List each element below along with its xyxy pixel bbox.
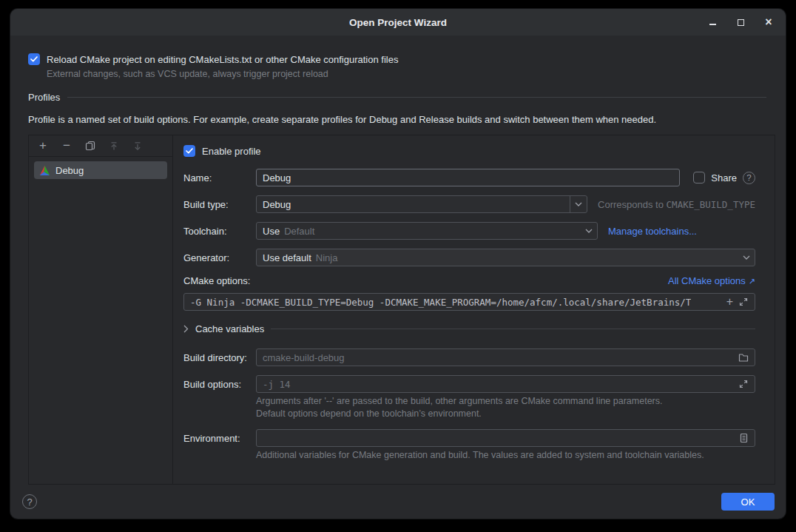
build-directory-row: Build directory: cmake-build-debug xyxy=(183,349,755,366)
share-checkbox[interactable] xyxy=(693,172,705,183)
move-up-icon xyxy=(109,141,118,151)
reload-cmake-hint: External changes, such as VCS update, al… xyxy=(47,69,775,79)
window-controls: × xyxy=(707,9,774,36)
cache-variables-label: Cache variables xyxy=(195,323,264,334)
toolchain-select[interactable]: UseDefault xyxy=(256,222,598,240)
profile-list-item-debug[interactable]: Debug xyxy=(34,161,167,179)
environment-input[interactable] xyxy=(256,429,755,447)
build-type-row: Build type: Debug Corresponds to CMAKE_B… xyxy=(183,195,755,213)
all-cmake-options-link[interactable]: All CMake options↗ xyxy=(668,275,755,286)
environment-row: Environment: xyxy=(183,429,755,447)
toolchain-row: Toolchain: UseDefault Manage toolchains.… xyxy=(183,222,755,240)
build-directory-placeholder: cmake-build-debug xyxy=(263,352,345,363)
copy-icon xyxy=(85,141,95,151)
move-down-icon xyxy=(133,141,142,151)
external-link-icon: ↗ xyxy=(749,277,755,286)
cmake-options-value: -G Ninja -DCMAKE_BUILD_TYPE=Debug -DCMAK… xyxy=(190,297,691,308)
profiles-section-header: Profiles xyxy=(28,92,775,103)
copy-profile-button[interactable] xyxy=(82,138,98,154)
generator-label: Generator: xyxy=(183,252,256,263)
build-options-hint: Arguments after '--' are passed to the b… xyxy=(256,395,755,420)
chevron-down-icon xyxy=(570,196,587,212)
reload-cmake-checkbox[interactable] xyxy=(28,53,40,65)
minus-icon: − xyxy=(63,138,70,153)
minimize-button[interactable] xyxy=(707,17,718,27)
name-value: Debug xyxy=(263,172,291,183)
section-divider xyxy=(271,329,755,329)
name-row: Name: Debug Share ? xyxy=(183,169,755,186)
maximize-button[interactable] xyxy=(735,17,746,27)
build-type-hint-code: CMAKE_BUILD_TYPE xyxy=(667,199,755,210)
question-icon: ? xyxy=(27,496,32,508)
profile-list-toolbar: + − xyxy=(29,135,172,157)
cmake-options-row: -G Ninja -DCMAKE_BUILD_TYPE=Debug -DCMAK… xyxy=(183,293,755,311)
environment-hint: Additional variables for CMake generatio… xyxy=(256,449,748,462)
generator-row: Generator: Use defaultNinja xyxy=(183,249,755,266)
add-profile-button[interactable]: + xyxy=(35,138,51,154)
share-label: Share xyxy=(711,172,737,183)
variables-list-icon[interactable] xyxy=(738,433,749,443)
header-divider xyxy=(67,97,766,98)
cmake-options-label: CMake options: xyxy=(183,275,250,286)
move-down-button xyxy=(129,138,146,154)
chevron-down-icon xyxy=(738,249,755,266)
remove-profile-button[interactable]: − xyxy=(58,138,75,154)
checkmark-icon xyxy=(186,148,193,154)
folder-icon[interactable] xyxy=(738,352,749,363)
build-directory-input[interactable]: cmake-build-debug xyxy=(256,349,755,366)
open-project-wizard-dialog: Open Project Wizard × Reload CMake proje… xyxy=(10,9,786,519)
reload-cmake-row: Reload CMake project on editing CMakeLis… xyxy=(28,53,775,65)
plus-icon: + xyxy=(39,138,47,153)
toolchain-value-prefix: Use xyxy=(263,226,280,237)
profile-list: Debug xyxy=(29,157,172,183)
cmake-options-label-row: CMake options: All CMake options↗ xyxy=(183,275,755,286)
enable-profile-checkbox[interactable] xyxy=(183,145,195,157)
checkmark-icon xyxy=(30,56,38,62)
build-directory-label: Build directory: xyxy=(183,352,256,363)
profile-item-label: Debug xyxy=(55,165,84,176)
close-icon: × xyxy=(765,16,772,28)
profiles-header-label: Profiles xyxy=(28,92,60,103)
ok-button[interactable]: OK xyxy=(721,493,775,511)
enable-profile-row: Enable profile xyxy=(183,145,755,157)
build-type-value: Debug xyxy=(263,199,291,210)
enable-profile-label: Enable profile xyxy=(202,146,261,157)
share-group: Share ? xyxy=(693,172,755,184)
profiles-panels: + − xyxy=(28,135,775,485)
build-options-placeholder: -j 14 xyxy=(263,379,291,390)
move-up-button xyxy=(106,138,122,154)
profiles-description: Profile is a named set of build options.… xyxy=(28,114,775,125)
environment-label: Environment: xyxy=(183,433,256,444)
dialog-content: Reload CMake project on editing CMakeLis… xyxy=(10,36,786,485)
build-type-label: Build type: xyxy=(183,199,256,210)
build-options-label: Build options: xyxy=(183,379,256,390)
profile-list-panel: + − xyxy=(29,135,173,484)
profile-settings-panel: Enable profile Name: Debug Share ? xyxy=(173,135,775,484)
expand-icon[interactable] xyxy=(738,297,749,307)
reload-cmake-label: Reload CMake project on editing CMakeLis… xyxy=(47,54,398,65)
add-option-icon[interactable]: + xyxy=(726,296,733,308)
chevron-right-icon xyxy=(183,325,189,333)
title-bar: Open Project Wizard × xyxy=(10,9,786,36)
build-type-hint: Corresponds to CMAKE_BUILD_TYPE xyxy=(598,199,755,210)
cmake-logo-icon xyxy=(39,165,50,176)
generator-select[interactable]: Use defaultNinja xyxy=(256,249,755,266)
generator-value: Ninja xyxy=(316,252,338,263)
name-input[interactable]: Debug xyxy=(256,169,680,186)
dialog-footer: ? OK xyxy=(10,485,786,519)
toolchain-label: Toolchain: xyxy=(183,226,256,237)
name-label: Name: xyxy=(183,172,256,183)
dialog-title: Open Project Wizard xyxy=(349,17,447,28)
expand-icon[interactable] xyxy=(738,379,749,389)
manage-toolchains-link[interactable]: Manage toolchains... xyxy=(608,226,697,237)
build-options-input[interactable]: -j 14 xyxy=(256,375,755,393)
cmake-options-input[interactable]: -G Ninja -DCMAKE_BUILD_TYPE=Debug -DCMAK… xyxy=(183,293,755,311)
share-help-icon[interactable]: ? xyxy=(743,172,755,184)
help-button[interactable]: ? xyxy=(22,494,37,509)
generator-value-prefix: Use default xyxy=(263,252,311,263)
maximize-icon xyxy=(738,19,744,26)
minimize-icon xyxy=(709,24,716,25)
close-button[interactable]: × xyxy=(763,17,774,27)
cache-variables-section[interactable]: Cache variables xyxy=(183,323,755,334)
build-type-select[interactable]: Debug xyxy=(256,195,587,213)
